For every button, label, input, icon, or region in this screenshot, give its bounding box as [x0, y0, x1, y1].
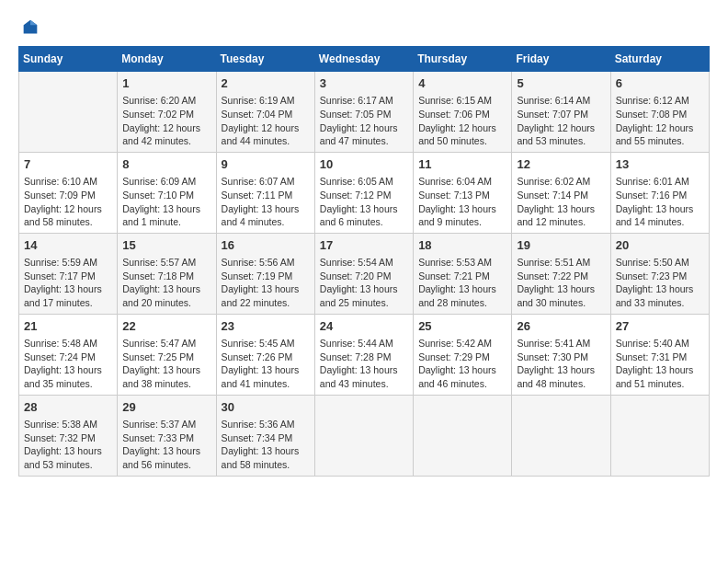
cell-content: Sunrise: 6:02 AM Sunset: 7:14 PM Dayligh…: [517, 175, 605, 229]
calendar-cell: 20Sunrise: 5:50 AM Sunset: 7:23 PM Dayli…: [610, 233, 709, 314]
cell-content: Sunrise: 5:53 AM Sunset: 7:21 PM Dayligh…: [418, 256, 506, 310]
weekday-header-thursday: Thursday: [414, 47, 512, 72]
calendar-cell: 1Sunrise: 6:20 AM Sunset: 7:02 PM Daylig…: [118, 72, 216, 153]
calendar-cell: 22Sunrise: 5:47 AM Sunset: 7:25 PM Dayli…: [118, 314, 216, 395]
cell-content: Sunrise: 6:10 AM Sunset: 7:09 PM Dayligh…: [24, 175, 112, 229]
calendar-cell: 27Sunrise: 5:40 AM Sunset: 7:31 PM Dayli…: [610, 314, 709, 395]
calendar-cell: [314, 395, 413, 476]
day-number: 5: [517, 75, 605, 92]
weekday-header-tuesday: Tuesday: [216, 47, 314, 72]
calendar-cell: 3Sunrise: 6:17 AM Sunset: 7:05 PM Daylig…: [314, 72, 413, 153]
calendar-cell: 15Sunrise: 5:57 AM Sunset: 7:18 PM Dayli…: [118, 233, 216, 314]
cell-content: Sunrise: 6:05 AM Sunset: 7:12 PM Dayligh…: [320, 175, 408, 229]
weekday-header-monday: Monday: [118, 47, 216, 72]
day-number: 8: [122, 156, 210, 173]
day-number: 10: [320, 156, 408, 173]
cell-content: Sunrise: 6:20 AM Sunset: 7:02 PM Dayligh…: [122, 94, 210, 148]
weekday-header-wednesday: Wednesday: [314, 47, 413, 72]
cell-content: Sunrise: 6:01 AM Sunset: 7:16 PM Dayligh…: [616, 175, 704, 229]
cell-content: Sunrise: 6:15 AM Sunset: 7:06 PM Dayligh…: [418, 94, 506, 148]
calendar-cell: 28Sunrise: 5:38 AM Sunset: 7:32 PM Dayli…: [19, 395, 118, 476]
cell-content: Sunrise: 5:42 AM Sunset: 7:29 PM Dayligh…: [418, 337, 506, 391]
day-number: 9: [222, 156, 310, 173]
cell-content: Sunrise: 5:56 AM Sunset: 7:19 PM Dayligh…: [222, 256, 310, 310]
cell-content: Sunrise: 5:51 AM Sunset: 7:22 PM Dayligh…: [517, 256, 605, 310]
calendar-cell: 9Sunrise: 6:07 AM Sunset: 7:11 PM Daylig…: [216, 152, 314, 233]
day-number: 17: [320, 237, 408, 254]
calendar-cell: 18Sunrise: 5:53 AM Sunset: 7:21 PM Dayli…: [414, 233, 512, 314]
calendar-body: 1Sunrise: 6:20 AM Sunset: 7:02 PM Daylig…: [19, 72, 710, 477]
day-number: 25: [418, 318, 506, 335]
cell-content: Sunrise: 6:14 AM Sunset: 7:07 PM Dayligh…: [517, 94, 605, 148]
weekday-header-sunday: Sunday: [19, 47, 118, 72]
day-number: 4: [418, 75, 506, 92]
calendar-cell: 7Sunrise: 6:10 AM Sunset: 7:09 PM Daylig…: [19, 152, 118, 233]
cell-content: Sunrise: 5:45 AM Sunset: 7:26 PM Dayligh…: [222, 337, 310, 391]
day-number: 13: [616, 156, 704, 173]
calendar-cell: 8Sunrise: 6:09 AM Sunset: 7:10 PM Daylig…: [118, 152, 216, 233]
calendar-cell: 19Sunrise: 5:51 AM Sunset: 7:22 PM Dayli…: [512, 233, 610, 314]
cell-content: Sunrise: 5:47 AM Sunset: 7:25 PM Dayligh…: [122, 337, 210, 391]
calendar-cell: 16Sunrise: 5:56 AM Sunset: 7:19 PM Dayli…: [216, 233, 314, 314]
day-number: 29: [122, 399, 210, 416]
calendar-cell: 13Sunrise: 6:01 AM Sunset: 7:16 PM Dayli…: [610, 152, 709, 233]
calendar-week-row: 21Sunrise: 5:48 AM Sunset: 7:24 PM Dayli…: [19, 314, 710, 395]
calendar-cell: [414, 395, 512, 476]
day-number: 7: [24, 156, 112, 173]
day-number: 20: [616, 237, 704, 254]
cell-content: Sunrise: 5:41 AM Sunset: 7:30 PM Dayligh…: [517, 337, 605, 391]
day-number: 14: [24, 237, 112, 254]
day-number: 15: [122, 237, 210, 254]
calendar-week-row: 28Sunrise: 5:38 AM Sunset: 7:32 PM Dayli…: [19, 395, 710, 476]
calendar-table: SundayMondayTuesdayWednesdayThursdayFrid…: [18, 46, 710, 477]
cell-content: Sunrise: 5:48 AM Sunset: 7:24 PM Dayligh…: [24, 337, 112, 391]
calendar-cell: 17Sunrise: 5:54 AM Sunset: 7:20 PM Dayli…: [314, 233, 413, 314]
calendar-cell: 21Sunrise: 5:48 AM Sunset: 7:24 PM Dayli…: [19, 314, 118, 395]
calendar-cell: 5Sunrise: 6:14 AM Sunset: 7:07 PM Daylig…: [512, 72, 610, 153]
logo-icon: [20, 18, 40, 39]
day-number: 18: [418, 237, 506, 254]
calendar-cell: [610, 395, 709, 476]
day-number: 23: [222, 318, 310, 335]
cell-content: Sunrise: 5:59 AM Sunset: 7:17 PM Dayligh…: [24, 256, 112, 310]
calendar-cell: 30Sunrise: 5:36 AM Sunset: 7:34 PM Dayli…: [216, 395, 314, 476]
calendar-week-row: 14Sunrise: 5:59 AM Sunset: 7:17 PM Dayli…: [19, 233, 710, 314]
calendar-cell: 26Sunrise: 5:41 AM Sunset: 7:30 PM Dayli…: [512, 314, 610, 395]
cell-content: Sunrise: 5:57 AM Sunset: 7:18 PM Dayligh…: [122, 256, 210, 310]
cell-content: Sunrise: 6:09 AM Sunset: 7:10 PM Dayligh…: [122, 175, 210, 229]
calendar-cell: [19, 72, 118, 153]
cell-content: Sunrise: 6:12 AM Sunset: 7:08 PM Dayligh…: [616, 94, 704, 148]
day-number: 12: [517, 156, 605, 173]
page-header: [18, 18, 710, 39]
day-number: 28: [24, 399, 112, 416]
weekday-header-saturday: Saturday: [610, 47, 709, 72]
calendar-cell: 11Sunrise: 6:04 AM Sunset: 7:13 PM Dayli…: [414, 152, 512, 233]
cell-content: Sunrise: 5:50 AM Sunset: 7:23 PM Dayligh…: [616, 256, 704, 310]
calendar-cell: [512, 395, 610, 476]
calendar-week-row: 1Sunrise: 6:20 AM Sunset: 7:02 PM Daylig…: [19, 72, 710, 153]
logo: [18, 18, 40, 39]
calendar-cell: 12Sunrise: 6:02 AM Sunset: 7:14 PM Dayli…: [512, 152, 610, 233]
calendar-cell: 29Sunrise: 5:37 AM Sunset: 7:33 PM Dayli…: [118, 395, 216, 476]
cell-content: Sunrise: 5:37 AM Sunset: 7:33 PM Dayligh…: [122, 418, 210, 472]
cell-content: Sunrise: 5:44 AM Sunset: 7:28 PM Dayligh…: [320, 337, 408, 391]
day-number: 26: [517, 318, 605, 335]
cell-content: Sunrise: 5:40 AM Sunset: 7:31 PM Dayligh…: [616, 337, 704, 391]
calendar-cell: 4Sunrise: 6:15 AM Sunset: 7:06 PM Daylig…: [414, 72, 512, 153]
cell-content: Sunrise: 5:36 AM Sunset: 7:34 PM Dayligh…: [222, 418, 310, 472]
day-number: 22: [122, 318, 210, 335]
day-number: 1: [122, 75, 210, 92]
day-number: 11: [418, 156, 506, 173]
calendar-cell: 24Sunrise: 5:44 AM Sunset: 7:28 PM Dayli…: [314, 314, 413, 395]
day-number: 19: [517, 237, 605, 254]
day-number: 2: [222, 75, 310, 92]
cell-content: Sunrise: 6:19 AM Sunset: 7:04 PM Dayligh…: [222, 94, 310, 148]
day-number: 30: [222, 399, 310, 416]
day-number: 3: [320, 75, 408, 92]
calendar-header: SundayMondayTuesdayWednesdayThursdayFrid…: [19, 47, 710, 72]
calendar-cell: 2Sunrise: 6:19 AM Sunset: 7:04 PM Daylig…: [216, 72, 314, 153]
calendar-cell: 6Sunrise: 6:12 AM Sunset: 7:08 PM Daylig…: [610, 72, 709, 153]
calendar-cell: 14Sunrise: 5:59 AM Sunset: 7:17 PM Dayli…: [19, 233, 118, 314]
day-number: 24: [320, 318, 408, 335]
cell-content: Sunrise: 6:17 AM Sunset: 7:05 PM Dayligh…: [320, 94, 408, 148]
